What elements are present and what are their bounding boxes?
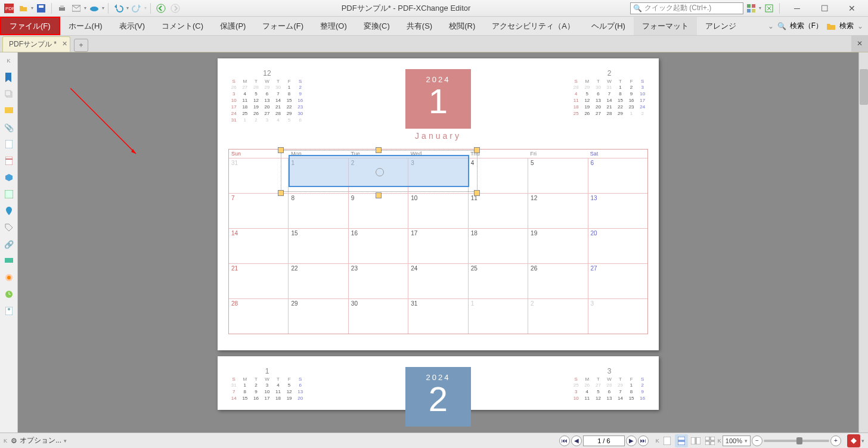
svg-rect-5 <box>60 5 64 8</box>
two-continuous-icon[interactable] <box>703 434 717 447</box>
first-page-button[interactable]: ⏮ <box>559 435 570 446</box>
resize-handle-ne[interactable] <box>474 147 480 153</box>
menu-comment[interactable]: コメント(C) <box>153 17 212 35</box>
prev-page-button[interactable]: ◀ <box>571 435 582 446</box>
selection-rect[interactable] <box>289 155 469 187</box>
attach-tool-icon[interactable]: 📎 <box>3 122 15 133</box>
new-tab-button[interactable]: + <box>74 39 88 52</box>
two-page-icon[interactable] <box>689 434 702 447</box>
svg-rect-20 <box>5 158 13 160</box>
svg-point-7 <box>90 7 98 11</box>
geo-tool-icon[interactable] <box>3 205 15 217</box>
svg-rect-29 <box>664 437 671 445</box>
close-button[interactable]: ✕ <box>838 0 866 17</box>
document-canvas[interactable]: 12 SMTWTFS262728293012345678910111213141… <box>18 52 858 433</box>
cloud-icon[interactable] <box>88 2 101 15</box>
svg-rect-16 <box>5 91 11 96</box>
vertical-scrollbar[interactable] <box>858 52 868 433</box>
tag-tool-icon[interactable] <box>3 222 15 234</box>
menu-view[interactable]: 表示(V) <box>111 17 153 35</box>
page-input[interactable] <box>583 435 625 446</box>
menu-file[interactable]: ファイル(F) <box>0 17 60 35</box>
menu-form[interactable]: フォーム(F) <box>254 17 312 35</box>
next-page-button[interactable]: ▶ <box>626 435 637 446</box>
menu-arrange[interactable]: アレンジ <box>697 17 745 35</box>
redact-tool-icon[interactable] <box>3 255 15 267</box>
svg-rect-31 <box>678 441 685 445</box>
skip-first-icon[interactable]: K <box>3 55 15 67</box>
link-tool-icon[interactable]: 🔗 <box>3 238 15 250</box>
svg-rect-21 <box>5 190 13 198</box>
zoom-combo[interactable]: 100%▾ <box>723 435 751 446</box>
svg-rect-33 <box>696 437 700 444</box>
svg-point-24 <box>7 276 11 279</box>
page-tool-icon[interactable] <box>3 138 15 150</box>
tabs-close-button[interactable]: ✕ <box>851 35 868 52</box>
menu-format[interactable]: フォーマット <box>634 17 697 35</box>
folder-search-icon[interactable] <box>826 22 836 30</box>
note-tool-icon[interactable] <box>3 105 15 117</box>
minimize-button[interactable]: ─ <box>783 0 811 17</box>
resize-handle-n[interactable] <box>376 147 382 153</box>
options-button[interactable]: ⚙ オプション... ▾ <box>11 435 67 446</box>
zoom-in-button[interactable]: + <box>830 435 841 446</box>
menu-share[interactable]: 共有(S) <box>398 17 441 35</box>
svg-rect-19 <box>5 157 13 165</box>
menu-organize[interactable]: 整理(O) <box>312 17 355 35</box>
title-bar: PDF ▾ ▾ ▾ ▾ ▾ PDFサンプル* - PDF-XChange Edi… <box>0 0 868 17</box>
svg-rect-30 <box>678 437 685 440</box>
bookmark-tool-icon[interactable] <box>3 71 15 83</box>
find-icon[interactable]: 🔍 <box>777 22 786 30</box>
maximize-button[interactable]: ☐ <box>811 0 838 17</box>
menu-search-small[interactable]: 検索 <box>839 21 854 31</box>
zoom-out-button[interactable]: − <box>752 435 762 446</box>
accessibility-tool-icon[interactable] <box>3 305 15 317</box>
print-icon[interactable] <box>55 2 69 15</box>
svg-rect-22 <box>5 258 13 263</box>
history-tool-icon[interactable] <box>3 288 15 300</box>
resize-handle-nw[interactable] <box>278 147 284 153</box>
save-icon[interactable] <box>35 2 48 15</box>
last-page-button[interactable]: ⏭ <box>638 435 649 446</box>
nav-fwd-icon[interactable] <box>169 2 182 15</box>
layers-tool-icon[interactable] <box>3 155 15 167</box>
work-area: K 📎 🔗 12 SMTWTFS262728293012345678910111… <box>0 52 868 433</box>
svg-rect-10 <box>747 4 751 8</box>
open-icon[interactable] <box>17 2 30 15</box>
menu-convert[interactable]: 変換(C) <box>355 17 398 35</box>
mini-cal-next2: 3 SMTWTFS2526272829123456789101112131415… <box>571 367 648 402</box>
3d-tool-icon[interactable] <box>3 172 15 183</box>
svg-rect-34 <box>705 437 709 440</box>
tab-close-icon[interactable]: ✕ <box>62 40 67 48</box>
app-icon[interactable]: PDF <box>2 2 16 15</box>
menu-review[interactable]: 校閲(R) <box>441 17 483 35</box>
resize-handle-s[interactable] <box>376 192 382 198</box>
quick-launch-input[interactable]: 🔍 クイック起動 (Ctrl+.) <box>630 2 743 14</box>
menu-protect[interactable]: 保護(P) <box>212 17 254 35</box>
menu-search-big[interactable]: 検索（F） <box>790 21 823 31</box>
menu-accessibility[interactable]: アクセシビリティ（A） <box>483 17 583 35</box>
brand-badge-icon[interactable] <box>847 434 860 447</box>
zoom-slider[interactable] <box>764 440 829 442</box>
document-tab[interactable]: PDFサンプル * ✕ <box>2 36 70 52</box>
menu-help[interactable]: ヘルプ(H) <box>583 17 634 35</box>
copy-tool-icon[interactable] <box>3 88 15 100</box>
month-badge-feb: 2024 2 <box>405 367 471 427</box>
svg-rect-36 <box>705 441 709 445</box>
fullscreen-icon[interactable] <box>762 2 776 15</box>
resize-handle-se[interactable] <box>474 190 480 196</box>
sign-tool-icon[interactable] <box>3 188 15 200</box>
mail-icon[interactable] <box>70 2 83 15</box>
svg-rect-37 <box>711 441 715 445</box>
single-page-icon[interactable] <box>661 434 674 447</box>
undo-icon[interactable] <box>112 2 125 15</box>
menu-home[interactable]: ホーム(H) <box>60 17 111 35</box>
stamp-tool-icon[interactable] <box>3 272 15 284</box>
svg-rect-3 <box>39 5 44 8</box>
ui-options-icon[interactable] <box>745 2 758 15</box>
month-badge: 2024 1 <box>405 69 471 129</box>
resize-handle-sw[interactable] <box>278 190 284 196</box>
nav-back-icon[interactable] <box>154 2 168 15</box>
continuous-page-icon[interactable] <box>675 434 688 447</box>
redo-icon[interactable] <box>130 2 143 15</box>
